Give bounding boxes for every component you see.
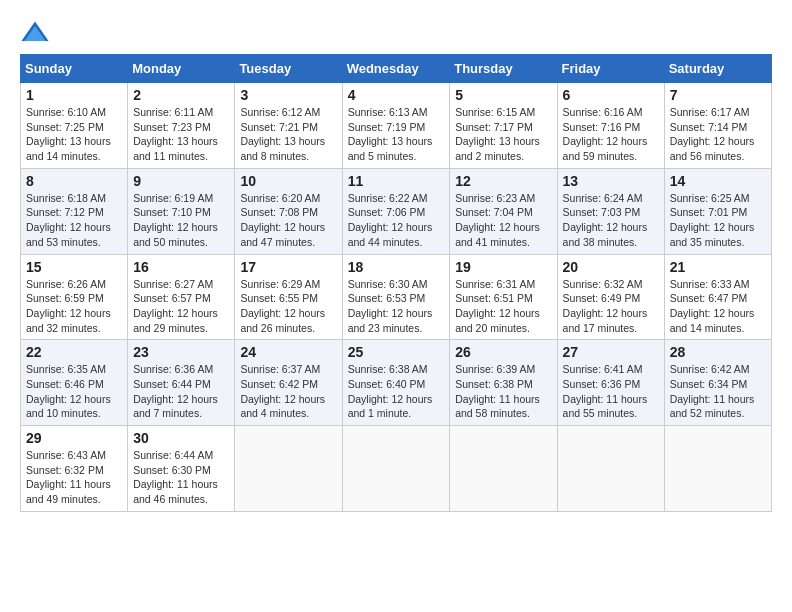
day-number: 4 — [348, 87, 445, 103]
day-info: Sunrise: 6:29 AMSunset: 6:55 PMDaylight:… — [240, 277, 336, 336]
day-info: Sunrise: 6:41 AMSunset: 6:36 PMDaylight:… — [563, 362, 659, 421]
day-number: 18 — [348, 259, 445, 275]
calendar-cell: 30Sunrise: 6:44 AMSunset: 6:30 PMDayligh… — [128, 426, 235, 512]
day-number: 22 — [26, 344, 122, 360]
calendar-cell — [342, 426, 450, 512]
day-number: 24 — [240, 344, 336, 360]
day-info: Sunrise: 6:25 AMSunset: 7:01 PMDaylight:… — [670, 191, 766, 250]
day-number: 20 — [563, 259, 659, 275]
calendar-cell: 21Sunrise: 6:33 AMSunset: 6:47 PMDayligh… — [664, 254, 771, 340]
day-number: 26 — [455, 344, 551, 360]
day-number: 8 — [26, 173, 122, 189]
day-info: Sunrise: 6:42 AMSunset: 6:34 PMDaylight:… — [670, 362, 766, 421]
day-number: 2 — [133, 87, 229, 103]
day-info: Sunrise: 6:38 AMSunset: 6:40 PMDaylight:… — [348, 362, 445, 421]
calendar-cell: 8Sunrise: 6:18 AMSunset: 7:12 PMDaylight… — [21, 168, 128, 254]
day-info: Sunrise: 6:39 AMSunset: 6:38 PMDaylight:… — [455, 362, 551, 421]
column-header-tuesday: Tuesday — [235, 55, 342, 83]
day-info: Sunrise: 6:12 AMSunset: 7:21 PMDaylight:… — [240, 105, 336, 164]
calendar-cell: 13Sunrise: 6:24 AMSunset: 7:03 PMDayligh… — [557, 168, 664, 254]
day-number: 28 — [670, 344, 766, 360]
day-info: Sunrise: 6:15 AMSunset: 7:17 PMDaylight:… — [455, 105, 551, 164]
calendar-cell: 1Sunrise: 6:10 AMSunset: 7:25 PMDaylight… — [21, 83, 128, 169]
day-info: Sunrise: 6:17 AMSunset: 7:14 PMDaylight:… — [670, 105, 766, 164]
day-info: Sunrise: 6:22 AMSunset: 7:06 PMDaylight:… — [348, 191, 445, 250]
calendar-cell — [664, 426, 771, 512]
calendar-cell — [235, 426, 342, 512]
day-number: 27 — [563, 344, 659, 360]
week-row-3: 15Sunrise: 6:26 AMSunset: 6:59 PMDayligh… — [21, 254, 772, 340]
column-header-friday: Friday — [557, 55, 664, 83]
day-info: Sunrise: 6:24 AMSunset: 7:03 PMDaylight:… — [563, 191, 659, 250]
week-row-2: 8Sunrise: 6:18 AMSunset: 7:12 PMDaylight… — [21, 168, 772, 254]
calendar-cell: 11Sunrise: 6:22 AMSunset: 7:06 PMDayligh… — [342, 168, 450, 254]
column-header-monday: Monday — [128, 55, 235, 83]
day-info: Sunrise: 6:18 AMSunset: 7:12 PMDaylight:… — [26, 191, 122, 250]
calendar-cell: 26Sunrise: 6:39 AMSunset: 6:38 PMDayligh… — [450, 340, 557, 426]
day-info: Sunrise: 6:11 AMSunset: 7:23 PMDaylight:… — [133, 105, 229, 164]
calendar-header-row: SundayMondayTuesdayWednesdayThursdayFrid… — [21, 55, 772, 83]
day-info: Sunrise: 6:31 AMSunset: 6:51 PMDaylight:… — [455, 277, 551, 336]
calendar-cell — [557, 426, 664, 512]
day-number: 6 — [563, 87, 659, 103]
calendar-cell: 19Sunrise: 6:31 AMSunset: 6:51 PMDayligh… — [450, 254, 557, 340]
calendar-table: SundayMondayTuesdayWednesdayThursdayFrid… — [20, 54, 772, 512]
day-info: Sunrise: 6:23 AMSunset: 7:04 PMDaylight:… — [455, 191, 551, 250]
calendar-cell — [450, 426, 557, 512]
day-number: 19 — [455, 259, 551, 275]
calendar-cell: 23Sunrise: 6:36 AMSunset: 6:44 PMDayligh… — [128, 340, 235, 426]
calendar-cell: 5Sunrise: 6:15 AMSunset: 7:17 PMDaylight… — [450, 83, 557, 169]
calendar-cell: 2Sunrise: 6:11 AMSunset: 7:23 PMDaylight… — [128, 83, 235, 169]
day-number: 30 — [133, 430, 229, 446]
day-number: 3 — [240, 87, 336, 103]
day-number: 21 — [670, 259, 766, 275]
day-info: Sunrise: 6:33 AMSunset: 6:47 PMDaylight:… — [670, 277, 766, 336]
day-number: 11 — [348, 173, 445, 189]
column-header-wednesday: Wednesday — [342, 55, 450, 83]
calendar-cell: 27Sunrise: 6:41 AMSunset: 6:36 PMDayligh… — [557, 340, 664, 426]
day-number: 16 — [133, 259, 229, 275]
day-info: Sunrise: 6:43 AMSunset: 6:32 PMDaylight:… — [26, 448, 122, 507]
day-info: Sunrise: 6:16 AMSunset: 7:16 PMDaylight:… — [563, 105, 659, 164]
day-info: Sunrise: 6:37 AMSunset: 6:42 PMDaylight:… — [240, 362, 336, 421]
logo — [20, 20, 54, 44]
calendar-cell: 7Sunrise: 6:17 AMSunset: 7:14 PMDaylight… — [664, 83, 771, 169]
column-header-sunday: Sunday — [21, 55, 128, 83]
day-number: 14 — [670, 173, 766, 189]
day-number: 17 — [240, 259, 336, 275]
calendar-cell: 4Sunrise: 6:13 AMSunset: 7:19 PMDaylight… — [342, 83, 450, 169]
calendar-cell: 25Sunrise: 6:38 AMSunset: 6:40 PMDayligh… — [342, 340, 450, 426]
calendar-cell: 12Sunrise: 6:23 AMSunset: 7:04 PMDayligh… — [450, 168, 557, 254]
calendar-cell: 17Sunrise: 6:29 AMSunset: 6:55 PMDayligh… — [235, 254, 342, 340]
day-info: Sunrise: 6:10 AMSunset: 7:25 PMDaylight:… — [26, 105, 122, 164]
column-header-saturday: Saturday — [664, 55, 771, 83]
day-number: 29 — [26, 430, 122, 446]
day-number: 25 — [348, 344, 445, 360]
calendar-cell: 9Sunrise: 6:19 AMSunset: 7:10 PMDaylight… — [128, 168, 235, 254]
calendar-cell: 15Sunrise: 6:26 AMSunset: 6:59 PMDayligh… — [21, 254, 128, 340]
day-number: 23 — [133, 344, 229, 360]
day-info: Sunrise: 6:13 AMSunset: 7:19 PMDaylight:… — [348, 105, 445, 164]
day-info: Sunrise: 6:26 AMSunset: 6:59 PMDaylight:… — [26, 277, 122, 336]
day-number: 5 — [455, 87, 551, 103]
calendar-cell: 28Sunrise: 6:42 AMSunset: 6:34 PMDayligh… — [664, 340, 771, 426]
day-number: 15 — [26, 259, 122, 275]
day-number: 9 — [133, 173, 229, 189]
day-info: Sunrise: 6:36 AMSunset: 6:44 PMDaylight:… — [133, 362, 229, 421]
day-info: Sunrise: 6:19 AMSunset: 7:10 PMDaylight:… — [133, 191, 229, 250]
logo-icon — [20, 20, 50, 44]
day-info: Sunrise: 6:35 AMSunset: 6:46 PMDaylight:… — [26, 362, 122, 421]
calendar-cell: 6Sunrise: 6:16 AMSunset: 7:16 PMDaylight… — [557, 83, 664, 169]
day-info: Sunrise: 6:27 AMSunset: 6:57 PMDaylight:… — [133, 277, 229, 336]
calendar-cell: 3Sunrise: 6:12 AMSunset: 7:21 PMDaylight… — [235, 83, 342, 169]
day-info: Sunrise: 6:44 AMSunset: 6:30 PMDaylight:… — [133, 448, 229, 507]
calendar-cell: 18Sunrise: 6:30 AMSunset: 6:53 PMDayligh… — [342, 254, 450, 340]
week-row-5: 29Sunrise: 6:43 AMSunset: 6:32 PMDayligh… — [21, 426, 772, 512]
week-row-4: 22Sunrise: 6:35 AMSunset: 6:46 PMDayligh… — [21, 340, 772, 426]
day-number: 13 — [563, 173, 659, 189]
calendar-cell: 24Sunrise: 6:37 AMSunset: 6:42 PMDayligh… — [235, 340, 342, 426]
day-info: Sunrise: 6:30 AMSunset: 6:53 PMDaylight:… — [348, 277, 445, 336]
day-number: 7 — [670, 87, 766, 103]
calendar-cell: 16Sunrise: 6:27 AMSunset: 6:57 PMDayligh… — [128, 254, 235, 340]
calendar-cell: 20Sunrise: 6:32 AMSunset: 6:49 PMDayligh… — [557, 254, 664, 340]
